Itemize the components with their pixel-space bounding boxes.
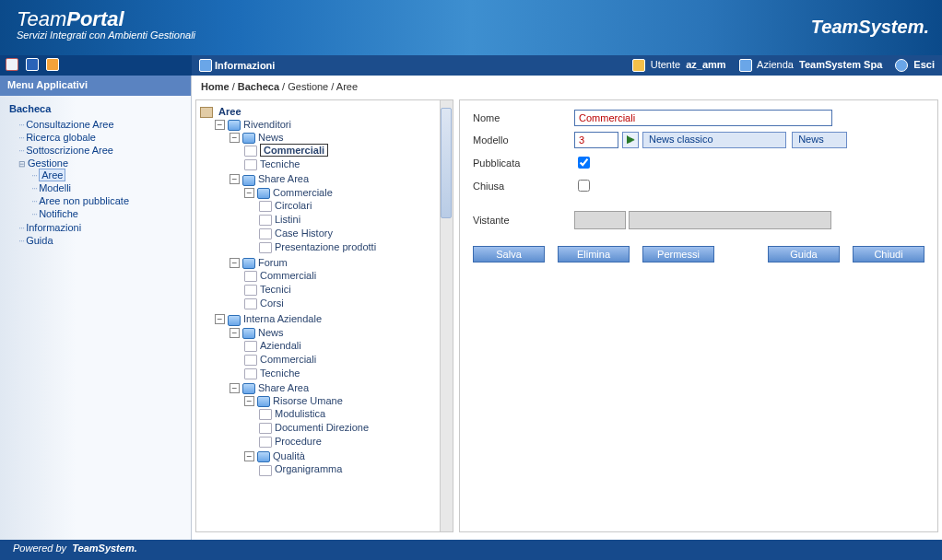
tree: Aree −Rivenditori −News Commerciali Tecn… [200, 106, 449, 480]
toggle-interna[interactable]: − [215, 314, 225, 324]
menu-sottoscrizione[interactable]: Sottoscrizione Aree [18, 144, 185, 157]
lookup-modello-button[interactable]: ⯈ [622, 132, 639, 148]
crumb-home[interactable]: Home [201, 81, 230, 92]
doc-icon [244, 159, 257, 170]
node-procedure[interactable]: Procedure [275, 436, 322, 447]
exit-link[interactable]: Esci [913, 59, 935, 70]
node-forum[interactable]: Forum [258, 257, 288, 268]
node-fcorsi[interactable]: Corsi [260, 298, 284, 309]
node-organigramma[interactable]: Organigramma [275, 463, 342, 474]
doc-icon [259, 409, 272, 420]
user-link[interactable]: az_amm [686, 59, 725, 70]
node-ftec[interactable]: Tecnici [260, 284, 291, 295]
node-commerciali2[interactable]: Commerciali [260, 354, 316, 365]
menu-nonpub[interactable]: Aree non pubblicate [31, 194, 185, 207]
button-chiudi[interactable]: Chiudi [853, 246, 924, 262]
sidebar-root[interactable]: Bacheca [9, 103, 185, 114]
toggle-commerciale[interactable]: − [244, 188, 254, 198]
input-nome[interactable] [574, 110, 832, 126]
menu-notifiche[interactable]: Notifiche [31, 207, 185, 220]
toggle-news2[interactable]: − [230, 328, 240, 338]
folder-icon [242, 328, 255, 339]
button-permessi[interactable]: Permessi [642, 246, 714, 262]
input-modello[interactable] [574, 132, 618, 148]
checkbox-pubblicata[interactable] [578, 157, 590, 169]
doc-icon [244, 341, 257, 352]
folder-icon [257, 451, 270, 462]
doc-icon [259, 465, 272, 476]
doc-icon [244, 355, 257, 366]
crumb-gestione[interactable]: Gestione [288, 81, 328, 92]
footer: Powered by TeamSystem. [0, 540, 942, 560]
doc-icon [244, 146, 257, 157]
toggle-sharearea1[interactable]: − [230, 174, 240, 184]
scrollbar-track[interactable] [440, 100, 453, 531]
checkbox-chiusa[interactable] [578, 180, 590, 192]
doc-icon [259, 437, 272, 448]
node-presentazione[interactable]: Presentazione prodotti [275, 241, 376, 252]
mini-toolbar [0, 55, 192, 76]
node-interna[interactable]: Interna Aziendale [243, 313, 322, 324]
menu-consultazione[interactable]: Consultazione Aree [18, 118, 185, 131]
toggle-sharearea2[interactable]: − [230, 383, 240, 393]
label-chiusa: Chiusa [473, 181, 574, 192]
node-fcomm[interactable]: Commerciali [260, 270, 316, 281]
node-rivenditori[interactable]: Rivenditori [243, 119, 291, 130]
scrollbar-thumb[interactable] [441, 108, 452, 218]
company-icon [739, 59, 752, 72]
sidebar: Menu Applicativi Bacheca Consultazione A… [0, 76, 192, 540]
folder-icon [257, 188, 270, 199]
toggle-rivenditori[interactable]: − [215, 120, 225, 130]
button-guida[interactable]: Guida [768, 246, 840, 262]
node-news1[interactable]: News [258, 132, 284, 143]
toggle-risorse[interactable]: − [244, 396, 254, 406]
button-salva[interactable]: Salva [473, 246, 545, 262]
node-commerciali-selected[interactable]: Commerciali [260, 144, 328, 157]
doc-icon [259, 423, 272, 434]
brand-portal: Portal [66, 7, 124, 30]
node-sharearea2[interactable]: Share Area [258, 382, 309, 393]
node-tecniche2[interactable]: Tecniche [260, 368, 300, 379]
toggle-qualita[interactable]: − [244, 451, 254, 461]
folder-icon [228, 315, 241, 326]
vistante-box-2[interactable] [629, 211, 831, 229]
info-right: Informazioni Utente az_amm Azienda TeamS… [192, 55, 942, 76]
node-sharearea1[interactable]: Share Area [258, 173, 309, 184]
toggle-forum[interactable]: − [230, 258, 240, 268]
label-modello: Modello [473, 134, 574, 146]
node-tecniche1[interactable]: Tecniche [260, 158, 300, 169]
toolbar-icon-1[interactable] [6, 58, 18, 71]
label-pubblicata: Pubblicata [473, 158, 574, 169]
crumb-aree: Aree [336, 81, 358, 92]
top-banner: TeamPortal Servizi Integrati con Ambient… [0, 0, 942, 55]
node-news2[interactable]: News [258, 327, 284, 338]
menu-aree[interactable]: Aree [31, 169, 185, 181]
home-icon[interactable] [46, 58, 59, 71]
node-casehistory[interactable]: Case History [275, 228, 333, 239]
brand-team: Team [17, 7, 66, 30]
crumb-bacheca[interactable]: Bacheca [238, 81, 279, 92]
menu-guida[interactable]: Guida [18, 234, 185, 247]
node-modulistica[interactable]: Modulistica [275, 408, 325, 419]
node-docdir[interactable]: Documenti Direzione [275, 422, 369, 433]
toggle-news1[interactable]: − [230, 133, 240, 143]
node-listini[interactable]: Listini [275, 214, 300, 225]
node-circolari[interactable]: Circolari [275, 200, 312, 211]
menu-informazioni[interactable]: Informazioni [18, 221, 185, 234]
label-nome: Nome [473, 112, 574, 123]
sidebar-title: Menu Applicativi [0, 76, 191, 96]
node-qualita[interactable]: Qualità [273, 450, 305, 461]
node-commerciale[interactable]: Commerciale [273, 187, 333, 198]
menu-gestione[interactable]: Gestione Aree Modelli Aree non pubblicat… [18, 157, 185, 221]
footer-powered: Powered by [13, 542, 66, 554]
menu-ricerca[interactable]: Ricerca globale [18, 131, 185, 144]
main: Menu Applicativi Bacheca Consultazione A… [0, 76, 942, 540]
toolbar-icon-2[interactable] [26, 58, 39, 71]
tree-root[interactable]: Aree [218, 106, 241, 117]
menu-modelli[interactable]: Modelli [31, 181, 185, 194]
sidebar-menu: Bacheca Consultazione Aree Ricerca globa… [0, 96, 191, 254]
vistante-box-1[interactable] [574, 211, 626, 229]
node-aziendali[interactable]: Aziendali [260, 340, 301, 351]
button-elimina[interactable]: Elimina [558, 246, 630, 262]
node-risorse[interactable]: Risorse Umane [273, 395, 343, 406]
